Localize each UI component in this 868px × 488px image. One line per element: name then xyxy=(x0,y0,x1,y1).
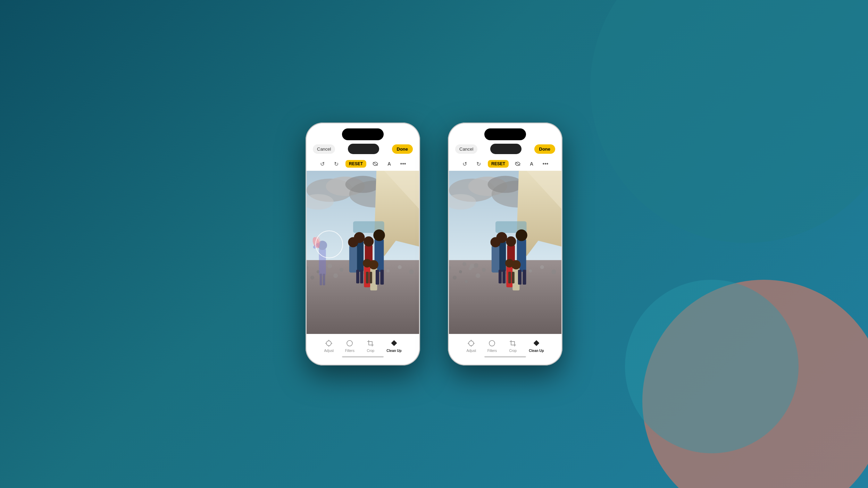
svg-point-108 xyxy=(489,340,495,346)
svg-point-91 xyxy=(511,260,521,269)
font-icon-right[interactable]: A xyxy=(527,159,536,169)
adjust-label-left: Adjust xyxy=(324,349,334,353)
svg-rect-38 xyxy=(360,270,363,283)
svg-rect-45 xyxy=(320,274,322,286)
svg-point-7 xyxy=(345,176,381,193)
svg-point-80 xyxy=(465,280,468,283)
svg-point-93 xyxy=(490,237,500,247)
phone-left-inner: Cancel Done ↺ ↻ RESET A ••• xyxy=(307,124,419,364)
adjust-icon-right xyxy=(467,339,475,347)
redo-icon-left[interactable]: ↻ xyxy=(332,159,341,169)
svg-rect-56 xyxy=(391,340,397,346)
bottom-tabs-left: Adjust Filters xyxy=(307,338,419,354)
svg-rect-40 xyxy=(369,272,372,284)
beach-photo-left xyxy=(307,171,419,334)
svg-rect-42 xyxy=(380,270,384,285)
bottom-tabs-right: Adjust Filters xyxy=(449,338,561,354)
cleanup-icon-left xyxy=(390,339,398,347)
svg-point-24 xyxy=(333,273,338,278)
svg-rect-94 xyxy=(499,270,502,283)
crop-icon-right xyxy=(509,339,517,347)
adjust-label-right: Adjust xyxy=(466,349,476,353)
hide-icon-right[interactable] xyxy=(513,159,523,169)
svg-point-70 xyxy=(459,270,462,273)
svg-point-55 xyxy=(347,340,352,346)
svg-point-28 xyxy=(364,236,374,246)
middle-button-right[interactable] xyxy=(490,144,521,154)
cleanup-label-right: Clean Up xyxy=(529,349,544,353)
home-indicator-left xyxy=(342,356,384,357)
hide-icon-left[interactable] xyxy=(370,159,380,169)
cleanup-label-left: Clean Up xyxy=(386,349,401,353)
svg-rect-43 xyxy=(319,249,326,276)
svg-point-103 xyxy=(469,341,474,346)
svg-point-22 xyxy=(310,276,314,279)
svg-rect-98 xyxy=(518,270,521,285)
svg-rect-97 xyxy=(512,272,515,284)
svg-point-100 xyxy=(462,262,466,266)
cancel-button-left[interactable]: Cancel xyxy=(313,144,335,154)
undo-icon-left[interactable]: ↺ xyxy=(318,159,327,169)
tab-cleanup-right[interactable]: Clean Up xyxy=(523,338,549,354)
svg-point-85 xyxy=(506,236,516,246)
svg-point-87 xyxy=(516,229,527,241)
reset-button-right[interactable]: RESET xyxy=(488,160,509,168)
phone-right: Cancel Done ↺ ↻ RESET A ••• xyxy=(448,123,562,365)
svg-point-77 xyxy=(540,265,544,269)
phones-container: Cancel Done ↺ ↻ RESET A ••• xyxy=(0,0,868,488)
svg-rect-35 xyxy=(349,245,357,272)
done-button-left[interactable]: Done xyxy=(392,144,413,154)
tab-crop-left[interactable]: Crop xyxy=(360,338,381,354)
svg-point-102 xyxy=(474,263,478,268)
cleanup-icon-right xyxy=(532,339,541,347)
phone-right-inner: Cancel Done ↺ ↻ RESET A ••• xyxy=(449,124,561,364)
dynamic-island-left xyxy=(342,128,384,140)
svg-rect-96 xyxy=(508,272,511,284)
filters-label-right: Filters xyxy=(487,349,497,353)
undo-icon-right[interactable]: ↺ xyxy=(460,159,470,169)
crop-label-left: Crop xyxy=(367,349,374,353)
redo-icon-right[interactable]: ↻ xyxy=(474,159,484,169)
svg-rect-95 xyxy=(502,270,506,283)
svg-point-81 xyxy=(476,273,480,278)
svg-point-79 xyxy=(453,276,457,279)
svg-point-76 xyxy=(529,269,532,272)
crop-label-right: Crop xyxy=(509,349,517,353)
toolbar-right: ↺ ↻ RESET A ••• xyxy=(449,157,561,171)
svg-rect-92 xyxy=(492,245,499,272)
svg-rect-109 xyxy=(534,340,540,346)
tab-adjust-right[interactable]: Adjust xyxy=(461,338,482,354)
dynamic-island-right xyxy=(484,128,526,140)
more-icon-left[interactable]: ••• xyxy=(398,159,408,169)
middle-button-left[interactable] xyxy=(348,144,379,154)
svg-point-78 xyxy=(551,269,556,274)
cancel-button-right[interactable]: Cancel xyxy=(455,144,477,154)
svg-rect-39 xyxy=(366,272,369,284)
more-icon-right[interactable]: ••• xyxy=(541,159,550,169)
adjust-icon-left xyxy=(325,339,333,347)
svg-rect-46 xyxy=(323,274,325,286)
tab-crop-right[interactable]: Crop xyxy=(502,338,523,354)
svg-rect-41 xyxy=(376,270,379,285)
svg-point-50 xyxy=(326,341,331,346)
svg-point-64 xyxy=(488,176,523,193)
filters-label-left: Filters xyxy=(345,349,354,353)
toolbar-left: ↺ ↻ RESET A ••• xyxy=(307,157,419,171)
bottom-panel-left: Adjust Filters xyxy=(307,334,419,364)
svg-point-34 xyxy=(369,260,378,269)
done-button-right[interactable]: Done xyxy=(534,144,556,154)
svg-point-15 xyxy=(340,268,343,272)
svg-rect-37 xyxy=(356,270,359,283)
crop-icon-left xyxy=(366,339,375,347)
bottom-panel-right: Adjust Filters xyxy=(449,334,561,364)
svg-point-36 xyxy=(348,237,358,247)
tab-cleanup-left[interactable]: Clean Up xyxy=(381,338,407,354)
tab-adjust-left[interactable]: Adjust xyxy=(318,338,339,354)
reset-button-left[interactable]: RESET xyxy=(345,160,366,168)
svg-point-72 xyxy=(482,268,486,272)
tab-filters-right[interactable]: Filters xyxy=(482,338,502,354)
svg-point-21 xyxy=(409,269,414,274)
photo-area-right xyxy=(449,171,561,334)
tab-filters-left[interactable]: Filters xyxy=(339,338,360,354)
font-icon-left[interactable]: A xyxy=(384,159,394,169)
